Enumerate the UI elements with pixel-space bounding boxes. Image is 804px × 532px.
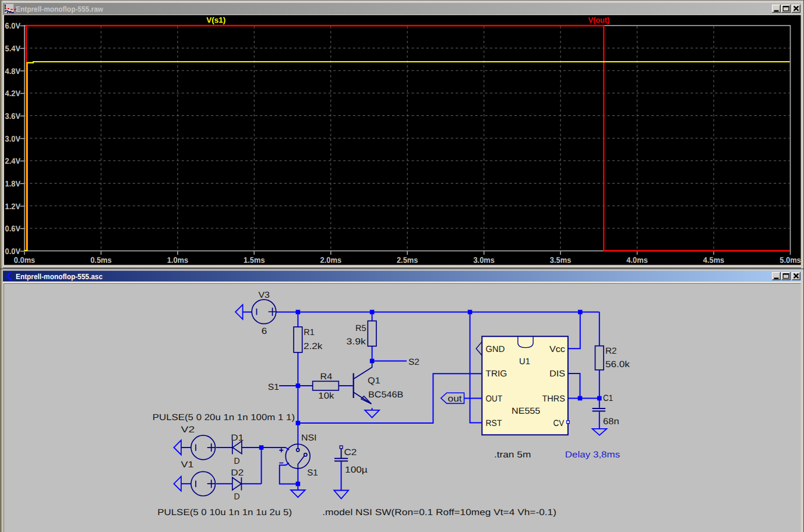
svg-text:3.5ms: 3.5ms <box>550 255 572 265</box>
svg-text:4.0ms: 4.0ms <box>626 255 648 265</box>
svg-text:C1: C1 <box>603 393 613 403</box>
svg-text:U1: U1 <box>519 357 530 367</box>
svg-text:D2: D2 <box>231 468 244 478</box>
svg-text:1.2V: 1.2V <box>5 202 21 211</box>
svg-text:D: D <box>234 456 240 466</box>
svg-text:S1: S1 <box>307 468 318 478</box>
svg-text:V2: V2 <box>181 425 195 435</box>
svg-text:Delay 3,8ms: Delay 3,8ms <box>565 450 620 460</box>
svg-text:V(s1): V(s1) <box>206 16 225 24</box>
svg-text:THRS: THRS <box>542 394 566 404</box>
svg-text:out: out <box>448 394 463 404</box>
svg-text:R4: R4 <box>320 372 333 382</box>
svg-text:D1: D1 <box>231 433 244 443</box>
svg-text:Q1: Q1 <box>368 376 380 386</box>
svg-text:4.2V: 4.2V <box>5 89 21 98</box>
svg-text:D: D <box>234 492 240 502</box>
svg-text:V1: V1 <box>181 460 194 470</box>
svg-text:56.0k: 56.0k <box>605 360 630 369</box>
svg-text:NE555: NE555 <box>512 406 540 416</box>
svg-text:2.2k: 2.2k <box>304 341 323 351</box>
svg-text:OUT: OUT <box>486 394 503 404</box>
svg-text:5.4V: 5.4V <box>5 44 21 53</box>
svg-text:10k: 10k <box>318 391 334 401</box>
svg-text:5.0ms: 5.0ms <box>780 255 801 265</box>
svg-text:1.8V: 1.8V <box>5 179 21 188</box>
svg-text:2.5ms: 2.5ms <box>397 255 418 265</box>
svg-text:.tran 5m: .tran 5m <box>494 450 531 460</box>
svg-text:V(out): V(out) <box>588 16 609 24</box>
svg-text:S1: S1 <box>268 382 279 392</box>
svg-text:Vcc: Vcc <box>549 344 566 354</box>
svg-text:.model NSI SW(Ron=0.1 Roff=10m: .model NSI SW(Ron=0.1 Roff=10meg Vt=4 Vh… <box>322 508 556 517</box>
svg-text:68n: 68n <box>603 417 619 427</box>
svg-text:RST: RST <box>486 418 502 428</box>
svg-text:BC546B: BC546B <box>368 390 403 400</box>
svg-text:NSI: NSI <box>301 433 317 443</box>
svg-text:6: 6 <box>262 326 267 336</box>
svg-text:DIS: DIS <box>549 369 565 379</box>
svg-text:0.6V: 0.6V <box>5 224 21 233</box>
svg-text:3.0ms: 3.0ms <box>473 255 495 265</box>
svg-text:Entprell-monoflop-555.raw: Entprell-monoflop-555.raw <box>16 5 104 13</box>
svg-text:4.5ms: 4.5ms <box>703 255 725 265</box>
svg-text:100µ: 100µ <box>345 465 368 475</box>
svg-text:1.0ms: 1.0ms <box>167 255 189 265</box>
svg-text:6.0V: 6.0V <box>5 21 21 30</box>
svg-text:3.0V: 3.0V <box>5 134 21 143</box>
svg-text:GND: GND <box>486 344 505 354</box>
svg-text:R5: R5 <box>355 323 366 333</box>
svg-text:TRIG: TRIG <box>486 369 507 379</box>
svg-text:3.9k: 3.9k <box>347 337 366 347</box>
svg-text:0.0V: 0.0V <box>5 246 21 256</box>
svg-text:V3: V3 <box>258 290 270 300</box>
svg-text:S2: S2 <box>408 357 419 367</box>
svg-text:4.8V: 4.8V <box>5 66 21 76</box>
svg-text:2.4V: 2.4V <box>5 156 21 165</box>
svg-text:3.6V: 3.6V <box>5 111 21 121</box>
svg-text:C2: C2 <box>344 448 357 457</box>
svg-text:0.5ms: 0.5ms <box>90 255 112 265</box>
svg-text:R1: R1 <box>304 327 314 337</box>
svg-text:PULSE(5 0 10u 1n 1n 1u 2u 5): PULSE(5 0 10u 1n 1n 1u 2u 5) <box>157 508 292 517</box>
svg-text:R2: R2 <box>605 346 617 356</box>
svg-text:1.5ms: 1.5ms <box>244 255 265 265</box>
svg-text:PULSE(5 0 20u 1n 1n 100m 1 1): PULSE(5 0 20u 1n 1n 100m 1 1) <box>153 413 295 422</box>
svg-text:2.0ms: 2.0ms <box>320 255 342 265</box>
svg-text:Entprell-monoflop-555.asc: Entprell-monoflop-555.asc <box>16 272 103 281</box>
svg-text:0.0ms: 0.0ms <box>14 255 36 265</box>
svg-text:CV: CV <box>553 418 565 428</box>
